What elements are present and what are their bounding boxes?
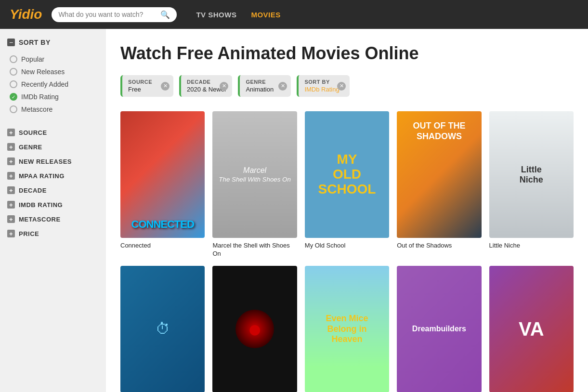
movie-title-shadows: Out of the Shadows — [397, 242, 481, 250]
filter-sort-close-button[interactable]: ✕ — [337, 82, 346, 91]
dreambuilders-poster-text: Dreambuilders — [412, 325, 466, 333]
sort-option-imdb-rating[interactable]: IMDb Rating — [10, 91, 99, 103]
sidebar-price[interactable]: + PRICE — [7, 226, 99, 241]
movie-card-little[interactable]: LittleNiche Little Niche — [489, 111, 574, 258]
movie-poster-dreambuilders: Dreambuilders — [397, 266, 481, 392]
filter-chip-source: SOURCE Free ✕ — [120, 75, 173, 97]
movie-poster-shadows: Out of theShadows — [397, 111, 481, 238]
movie-card-oldschool[interactable]: myOLDSCHOOL My Old School — [305, 111, 389, 258]
movie-card-dreambuilders[interactable]: Dreambuilders Dreambuilders — [397, 266, 481, 392]
source-expand-icon: + — [7, 129, 15, 136]
movie-grid-row2: ⏱ ● Even MiceBelong inHeaven Even Mice B… — [120, 266, 574, 392]
header: Yidio 🔍 TV SHOWS MOVIES — [0, 0, 588, 29]
sort-option-popular[interactable]: Popular — [10, 53, 99, 65]
decade-expand-icon: + — [7, 186, 15, 194]
sidebar-mpaa-rating[interactable]: + MPAA RATING — [7, 169, 99, 183]
va-poster-text: VA — [519, 318, 544, 340]
sidebar-new-releases[interactable]: + NEW RELEASES — [7, 154, 99, 169]
movie-title-little: Little Niche — [489, 242, 574, 250]
movie-poster-blue: ⏱ — [120, 266, 205, 392]
mpaa-expand-icon: + — [7, 172, 15, 180]
new-releases-label: NEW RELEASES — [19, 158, 72, 165]
main-content: Watch Free Animated Movies Online SOURCE… — [106, 29, 588, 392]
marcel-poster-text: MarcelThe Shell With Shoes On — [219, 166, 291, 183]
movie-poster-heaven: Even MiceBelong inHeaven — [305, 266, 389, 392]
logo[interactable]: Yidio — [10, 7, 42, 22]
sidebar-genre[interactable]: + GENRE — [7, 140, 99, 154]
sort-option-new-releases[interactable]: New Releases — [10, 65, 99, 78]
radio-imdb-rating — [10, 93, 17, 101]
search-input[interactable] — [58, 11, 157, 18]
sort-options-list: Popular New Releases Recently Added IMDb… — [7, 53, 99, 116]
heaven-poster-text: Even MiceBelong inHeaven — [326, 314, 368, 345]
sort-popular-label: Popular — [21, 55, 44, 63]
shadows-poster-text: Out of theShadows — [413, 121, 465, 142]
movie-card-connected[interactable]: CoNNECTED Connected — [120, 111, 205, 258]
page-title: Watch Free Animated Movies Online — [120, 43, 574, 64]
main-nav: TV SHOWS MOVIES — [196, 11, 280, 19]
mpaa-label: MPAA RATING — [19, 172, 65, 180]
metascore-expand-icon: + — [7, 215, 15, 223]
radio-new-releases — [10, 68, 17, 76]
sort-imdb-label: IMDb Rating — [21, 93, 59, 101]
little-poster-text: LittleNiche — [520, 165, 543, 185]
new-releases-expand-icon: + — [7, 157, 15, 165]
radio-metascore — [10, 105, 17, 113]
sidebar-metascore[interactable]: + METASCORE — [7, 212, 99, 226]
sort-new-releases-label: New Releases — [21, 68, 65, 76]
decade-label: DECADE — [19, 187, 47, 194]
imdb-expand-icon: + — [7, 201, 15, 209]
sidebar-source[interactable]: + SOURCE — [7, 125, 99, 140]
movie-poster-marcel: MarcelThe Shell With Shoes On — [212, 111, 297, 238]
sort-option-metascore[interactable]: Metascore — [10, 103, 99, 116]
movie-card-heaven[interactable]: Even MiceBelong inHeaven Even Mice Belon… — [305, 266, 389, 392]
filter-chips: SOURCE Free ✕ DECADE 2020 & Newer ✕ GENR… — [120, 75, 574, 97]
metascore-label: METASCORE — [19, 216, 61, 223]
filter-chip-decade: DECADE 2020 & Newer ✕ — [179, 75, 232, 97]
movie-card-shadows[interactable]: Out of theShadows Out of the Shadows — [397, 111, 481, 258]
sidebar: − SORT BY Popular New Releases Recently … — [0, 29, 106, 392]
movie-title-oldschool: My Old School — [305, 242, 389, 250]
oldschool-poster-text: myOLDSCHOOL — [318, 152, 376, 196]
movie-title-marcel: Marcel the Shell with Shoes On — [212, 242, 297, 258]
sidebar-filters: + SOURCE + GENRE + NEW RELEASES + MPAA R… — [7, 125, 99, 241]
nav-movies[interactable]: MOVIES — [251, 11, 280, 19]
sidebar-imdb-rating[interactable]: + IMDB RATING — [7, 197, 99, 212]
movie-card-blue[interactable]: ⏱ — [120, 266, 205, 392]
sort-option-recently-added[interactable]: Recently Added — [10, 78, 99, 91]
imdb-rating-label: IMDB RATING — [19, 201, 63, 209]
movie-poster-dark: ● — [212, 266, 297, 392]
layout: − SORT BY Popular New Releases Recently … — [0, 29, 588, 392]
sort-recently-added-label: Recently Added — [21, 80, 68, 88]
radio-popular — [10, 55, 17, 63]
sort-by-collapse-button[interactable]: − — [7, 39, 15, 46]
sidebar-decade[interactable]: + DECADE — [7, 183, 99, 197]
search-bar[interactable]: 🔍 — [52, 7, 177, 22]
filter-source-close-button[interactable]: ✕ — [161, 82, 170, 91]
filter-genre-close-button[interactable]: ✕ — [278, 82, 287, 91]
sort-by-label: SORT BY — [19, 39, 51, 46]
movie-poster-va: VA — [489, 266, 574, 392]
nav-tv-shows[interactable]: TV SHOWS — [196, 11, 236, 19]
movie-title-connected: Connected — [120, 242, 205, 250]
price-expand-icon: + — [7, 230, 15, 237]
filter-chip-genre: GENRE Animation ✕ — [238, 75, 291, 97]
movie-grid-row1: CoNNECTED Connected MarcelThe Shell With… — [120, 111, 574, 258]
filter-decade-close-button[interactable]: ✕ — [220, 82, 228, 91]
movie-poster-oldschool: myOLDSCHOOL — [305, 111, 389, 238]
movie-card-marcel[interactable]: MarcelThe Shell With Shoes On Marcel the… — [212, 111, 297, 258]
sort-by-header: − SORT BY — [7, 39, 99, 46]
connected-poster-text: CoNNECTED — [131, 218, 194, 231]
blue-poster-symbol: ⏱ — [156, 321, 170, 337]
filter-chip-sort: SORT BY IMDb Rating ✕ — [297, 75, 350, 97]
movie-poster-little: LittleNiche — [489, 111, 574, 238]
movie-card-va[interactable]: VA — [489, 266, 574, 392]
sort-metascore-label: Metascore — [21, 105, 52, 113]
dark-poster-circle: ● — [235, 310, 274, 348]
radio-recently-added — [10, 80, 17, 88]
movie-poster-connected: CoNNECTED — [120, 111, 205, 238]
genre-label: GENRE — [19, 144, 42, 151]
movie-card-dark[interactable]: ● — [212, 266, 297, 392]
search-icon: 🔍 — [160, 10, 170, 19]
price-label: PRICE — [19, 230, 39, 237]
